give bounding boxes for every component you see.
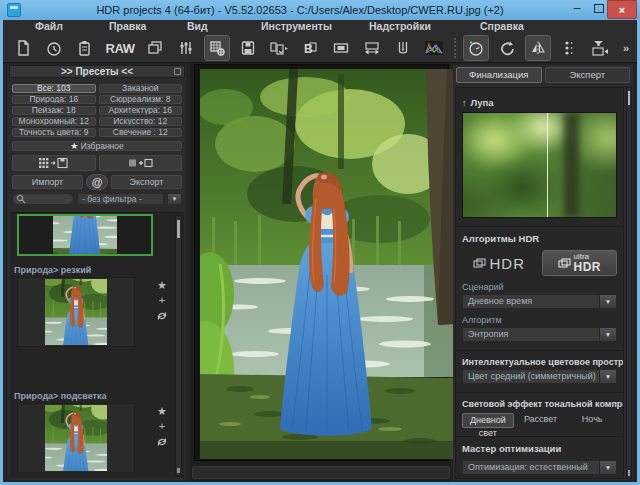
selected-preset-thumbnail[interactable] xyxy=(17,214,153,256)
more-options-icon[interactable] xyxy=(557,36,581,60)
loupe-preview[interactable] xyxy=(462,112,617,218)
toolbar-overflow-chevron[interactable]: » xyxy=(623,42,629,54)
hdr-button[interactable]: HDR xyxy=(462,255,536,272)
algorithm-label: Алгоритм xyxy=(456,315,623,325)
toolbar-separator xyxy=(454,38,456,58)
preset-list[interactable]: Природа> резкий ★ + Природа> подсветка xyxy=(10,212,184,478)
export-device-icon[interactable] xyxy=(267,36,291,60)
chevron-down-icon[interactable]: ▼ xyxy=(600,327,617,342)
tab-expert[interactable]: Эксперт xyxy=(545,67,631,83)
collapse-up-icon[interactable]: ↑ xyxy=(462,98,467,108)
preset-item-label[interactable]: Природа> подсветка xyxy=(14,391,106,401)
maximize-button[interactable] xyxy=(594,4,604,13)
category-monochrome-button[interactable]: Монохромный: 12 xyxy=(12,117,96,126)
titlebar[interactable]: HDR projects 4 (64-бит) - V5.52.02653 - … xyxy=(0,0,640,20)
chevron-down-icon[interactable]: ▼ xyxy=(600,460,617,475)
scenario-value[interactable]: Дневное время xyxy=(462,294,600,309)
preset-list-scrollbar[interactable] xyxy=(175,215,182,476)
crop-frame-icon[interactable] xyxy=(329,36,353,60)
export-button[interactable]: Экспорт xyxy=(111,175,182,189)
section-divider xyxy=(456,350,623,351)
save-icon[interactable] xyxy=(236,36,260,60)
at-share-button[interactable]: @ xyxy=(86,174,108,190)
category-landscape-button[interactable]: Пейзаж: 18 xyxy=(12,106,96,115)
add-preset-button[interactable] xyxy=(99,155,183,171)
flip-horizontal-icon[interactable] xyxy=(526,36,550,60)
main-photo[interactable] xyxy=(200,69,454,459)
menu-file[interactable]: Файл xyxy=(35,20,63,34)
image-browser-icon[interactable] xyxy=(143,36,167,60)
finalize-panel: Финализация Эксперт ↑ Лупа Алгоритмы HDR xyxy=(453,65,633,480)
menu-edit[interactable]: Правка xyxy=(109,20,146,34)
presets-header[interactable]: >> Пресеты << xyxy=(9,65,185,78)
scrollbar-end[interactable] xyxy=(177,468,180,473)
minimize-button[interactable]: – xyxy=(570,2,584,16)
history-icon[interactable] xyxy=(42,36,66,60)
scrollbar-end[interactable] xyxy=(628,470,630,476)
batch-icon[interactable]: B xyxy=(298,36,322,60)
favorite-star-icon[interactable]: ★ xyxy=(157,281,167,290)
finalize-scrollbar[interactable] xyxy=(626,87,632,479)
raw-icon[interactable]: RAW xyxy=(104,36,136,60)
chevron-down-icon[interactable]: ▼ xyxy=(600,369,617,384)
adjust-sliders-icon[interactable] xyxy=(174,36,198,60)
optimizer-value[interactable]: Оптимизация: естественный xyxy=(462,460,600,475)
algorithm-value[interactable]: Энтропия xyxy=(462,327,600,342)
chevron-down-icon[interactable]: ▼ xyxy=(600,294,617,309)
preset-item-actions: ★ + xyxy=(154,407,170,448)
import-export-row: Импорт @ Экспорт xyxy=(12,175,182,189)
menu-help[interactable]: Справка xyxy=(480,20,524,34)
refresh-icon[interactable] xyxy=(156,310,168,322)
optimizer-heading: Мастер оптимизации xyxy=(456,443,623,454)
color-space-dropdown[interactable]: Цвет средний (симметричный) ▼ xyxy=(462,369,617,384)
import-button[interactable]: Импорт xyxy=(12,175,83,189)
paste-icon[interactable] xyxy=(73,36,97,60)
category-glow-button[interactable]: Свечение : 12 xyxy=(99,128,183,137)
color-space-value[interactable]: Цвет средний (симметричный) xyxy=(462,369,600,384)
menu-tools[interactable]: Инструменты xyxy=(261,20,332,34)
redo-icon[interactable] xyxy=(495,36,519,60)
preset-item-nature-sharp[interactable] xyxy=(17,277,135,347)
preset-search-input[interactable] xyxy=(12,193,74,205)
category-custom-button[interactable]: Заказной xyxy=(99,84,183,93)
algorithm-dropdown[interactable]: Энтропия ▼ xyxy=(462,327,617,342)
favorite-star-icon[interactable]: ★ xyxy=(157,407,167,416)
light-daylight-button[interactable]: Дневной свет xyxy=(462,413,514,428)
filter-dropdown[interactable]: - без фильтра - xyxy=(77,193,164,205)
post-processing-icon[interactable] xyxy=(205,36,229,60)
tab-finalize[interactable]: Финализация xyxy=(456,67,542,83)
refresh-icon[interactable] xyxy=(156,436,168,448)
light-dawn-button[interactable]: Рассвет xyxy=(516,413,566,428)
save-preset-list-button[interactable] xyxy=(12,155,96,171)
add-plus-icon[interactable]: + xyxy=(159,422,165,430)
scrollbar-thumb[interactable] xyxy=(177,220,180,238)
category-nature-button[interactable]: Природа: 16 xyxy=(12,95,96,104)
optimizer-dropdown[interactable]: Оптимизация: естественный ▼ xyxy=(462,460,617,475)
plumb-icon[interactable] xyxy=(391,36,415,60)
light-night-button[interactable]: Ночь xyxy=(567,413,617,428)
resize-width-icon[interactable] xyxy=(360,36,384,60)
loupe-header[interactable]: ↑ Лупа xyxy=(456,97,623,108)
favorites-button[interactable]: ★ Избранное xyxy=(12,141,182,151)
histogram-icon[interactable] xyxy=(422,36,446,60)
category-color-accuracy-button[interactable]: Точность цвета: 9 xyxy=(12,128,96,137)
preset-item-label[interactable]: Природа> резкий xyxy=(14,265,91,275)
ultra-hdr-button[interactable]: ultra HDR xyxy=(542,250,618,276)
scrollbar-thumb[interactable] xyxy=(628,91,630,105)
image-viewport xyxy=(190,63,451,482)
category-art-button[interactable]: Искусство: 12 xyxy=(99,117,183,126)
compare-history-icon[interactable] xyxy=(464,36,488,60)
screen-preview-icon[interactable] xyxy=(588,36,612,60)
category-all-button[interactable]: Все: 103 xyxy=(12,84,96,93)
menu-addons[interactable]: Надстройки xyxy=(369,20,431,34)
new-file-icon[interactable] xyxy=(11,36,35,60)
category-architecture-button[interactable]: Архитектура: 16 xyxy=(99,106,183,115)
close-button[interactable]: × xyxy=(607,0,637,19)
detach-panel-icon[interactable] xyxy=(174,68,181,75)
preset-item-nature-backlight[interactable] xyxy=(17,403,135,473)
scenario-dropdown[interactable]: Дневное время ▼ xyxy=(462,294,617,309)
menu-view[interactable]: Вид xyxy=(187,20,208,34)
chevron-down-icon[interactable]: ▼ xyxy=(167,193,182,205)
add-plus-icon[interactable]: + xyxy=(159,296,165,304)
category-surreal-button[interactable]: Сюрреализм: 8 xyxy=(99,95,183,104)
